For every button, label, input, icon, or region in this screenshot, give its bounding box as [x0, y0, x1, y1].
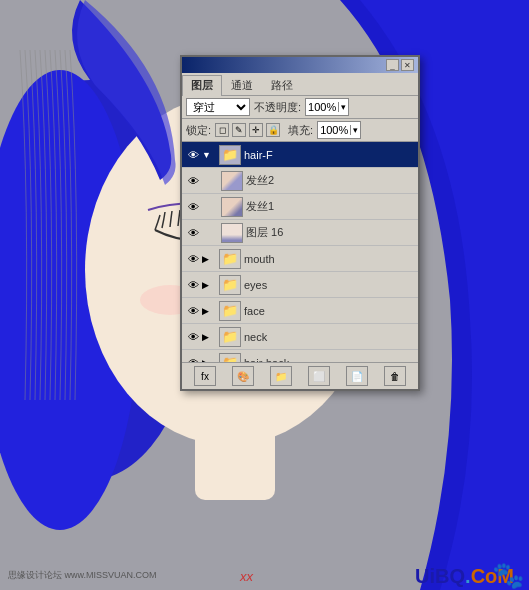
layer-item[interactable]: 👁 ▶ 📁 neck: [182, 324, 418, 350]
svg-rect-4: [195, 420, 275, 500]
lock-transparent-button[interactable]: ◻: [215, 123, 229, 137]
folder-icon: 📁: [222, 147, 238, 162]
layer-arrow[interactable]: ▶: [202, 358, 216, 363]
layer-item[interactable]: 👁 图层 16: [182, 220, 418, 246]
eye-toggle[interactable]: 👁: [184, 328, 202, 346]
mask-button[interactable]: ⬜: [308, 366, 330, 386]
eye-toggle[interactable]: 👁: [184, 172, 202, 190]
panel-bottom-toolbar: fx 🎨 📁 ⬜ 📄 🗑: [182, 362, 418, 389]
layer-arrow[interactable]: ▶: [202, 280, 216, 290]
group-button[interactable]: 📁: [270, 366, 292, 386]
blend-mode-select[interactable]: 穿过: [186, 98, 250, 116]
layer-thumbnail: 📁: [219, 353, 241, 363]
folder-icon: 📁: [222, 251, 238, 266]
layer-thumbnail: 📁: [219, 301, 241, 321]
layer-item[interactable]: 👁 ▶ 📁 face: [182, 298, 418, 324]
watermark-left: 思缘设计论坛 www.MISSVUAN.COM: [8, 569, 157, 582]
layer-name: mouth: [244, 253, 416, 265]
watermark-uibq: UiBQ: [415, 565, 465, 587]
new-layer-button[interactable]: 📄: [346, 366, 368, 386]
layer-arrow[interactable]: ▶: [202, 306, 216, 316]
tab-channels[interactable]: 通道: [222, 75, 262, 95]
lock-position-button[interactable]: ✛: [249, 123, 263, 137]
fill-value: 100%: [318, 124, 350, 136]
layer-item[interactable]: 👁 ▶ 📁 hair-back: [182, 350, 418, 362]
layer-arrow[interactable]: ▼: [202, 150, 216, 160]
layer-name: hair-F: [244, 149, 416, 161]
layer-thumbnail: 📁: [219, 275, 241, 295]
paw-icon: 🐾: [492, 562, 524, 588]
watermark-center: xx: [240, 569, 253, 584]
eye-toggle[interactable]: 👁: [184, 302, 202, 320]
fx-button[interactable]: fx: [194, 366, 216, 386]
layer-thumbnail: 📁: [219, 249, 241, 269]
panel-tabs: 图层 通道 路径: [182, 73, 418, 96]
layer-name: 发丝2: [246, 173, 416, 188]
adjustment-button[interactable]: 🎨: [232, 366, 254, 386]
layer-name: hair-back: [244, 357, 416, 363]
opacity-label: 不透明度:: [254, 100, 301, 115]
layer-item[interactable]: 👁 ▶ 📁 eyes: [182, 272, 418, 298]
fill-dropdown[interactable]: ▾: [350, 125, 360, 135]
layers-panel: _ ✕ 图层 通道 路径 穿过 不透明度: 100% ▾ 锁定: ◻: [180, 55, 420, 391]
layer-item[interactable]: 👁 发丝1: [182, 194, 418, 220]
layer-arrow[interactable]: ▶: [202, 254, 216, 264]
folder-icon: 📁: [222, 303, 238, 318]
close-button[interactable]: ✕: [401, 59, 414, 71]
layer-name: face: [244, 305, 416, 317]
folder-icon: 📁: [222, 355, 238, 362]
layer-item[interactable]: 👁 ▶ 📁 mouth: [182, 246, 418, 272]
layers-list: 👁 ▼ 📁 hair-F 👁 发丝2 👁 发丝1: [182, 142, 418, 362]
eye-toggle[interactable]: 👁: [184, 250, 202, 268]
lock-icons: ◻ ✎ ✛ 🔒: [215, 123, 280, 137]
eye-toggle[interactable]: 👁: [184, 354, 202, 363]
opacity-dropdown[interactable]: ▾: [338, 102, 348, 112]
titlebar-buttons: _ ✕: [386, 59, 414, 71]
layer-name: 图层 16: [246, 225, 416, 240]
layer-item[interactable]: 👁 ▼ 📁 hair-F: [182, 142, 418, 168]
tab-paths[interactable]: 路径: [262, 75, 302, 95]
layer-thumbnail: [221, 197, 243, 217]
folder-icon: 📁: [222, 277, 238, 292]
eye-toggle[interactable]: 👁: [184, 276, 202, 294]
panel-toolbar2: 锁定: ◻ ✎ ✛ 🔒 填充: 100% ▾: [182, 119, 418, 142]
delete-layer-button[interactable]: 🗑: [384, 366, 406, 386]
eye-toggle[interactable]: 👁: [184, 224, 202, 242]
panel-titlebar: _ ✕: [182, 57, 418, 73]
lock-all-button[interactable]: 🔒: [266, 123, 280, 137]
opacity-value: 100%: [306, 101, 338, 113]
layer-name: 发丝1: [246, 199, 416, 214]
fill-label: 填充:: [288, 123, 313, 138]
layer-arrow[interactable]: ▶: [202, 332, 216, 342]
layer-thumbnail: 📁: [219, 327, 241, 347]
layer-thumbnail: [221, 171, 243, 191]
canvas-area: _ ✕ 图层 通道 路径 穿过 不透明度: 100% ▾ 锁定: ◻: [0, 0, 529, 590]
minimize-button[interactable]: _: [386, 59, 399, 71]
tab-layers[interactable]: 图层: [182, 75, 222, 96]
lock-label: 锁定:: [186, 123, 211, 138]
layer-name: eyes: [244, 279, 416, 291]
eye-toggle[interactable]: 👁: [184, 146, 202, 164]
panel-toolbar1: 穿过 不透明度: 100% ▾: [182, 96, 418, 119]
layer-name: neck: [244, 331, 416, 343]
eye-toggle[interactable]: 👁: [184, 198, 202, 216]
layer-thumbnail: [221, 223, 243, 243]
lock-pixels-button[interactable]: ✎: [232, 123, 246, 137]
folder-icon: 📁: [222, 329, 238, 344]
layer-thumbnail: 📁: [219, 145, 241, 165]
layer-item[interactable]: 👁 发丝2: [182, 168, 418, 194]
